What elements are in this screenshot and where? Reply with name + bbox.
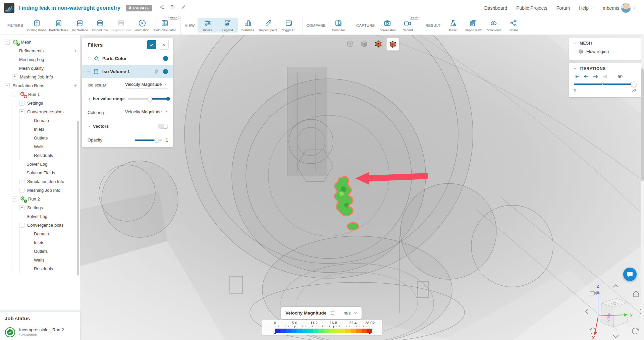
tree-item-solver-log[interactable]: Solver Log xyxy=(0,212,80,221)
tree-item-simulation-job-info[interactable]: +Simulation Job Info xyxy=(0,177,80,186)
toolbar-button-statistics[interactable]: Statistics xyxy=(238,18,258,33)
expand-toggle[interactable]: + xyxy=(19,205,24,210)
orientation-gizmo[interactable]: TOP BACK Z y X xyxy=(584,282,644,340)
toolbar-button-iso-surface[interactable]: Iso Surface xyxy=(70,18,90,33)
user-menu[interactable]: mbemis xyxy=(603,3,636,13)
expand-toggle[interactable]: + xyxy=(12,74,17,79)
previous-iteration-button[interactable] xyxy=(583,74,589,79)
toolbar-button-inspect-point[interactable]: Inspect point xyxy=(258,18,279,33)
tree-item-refinements[interactable]: Refinements+ xyxy=(0,46,80,55)
toolbar-button-iso-volume[interactable]: Iso Volume xyxy=(90,18,110,33)
display-mode-wireframe-button[interactable] xyxy=(344,38,356,50)
nav-public-projects[interactable]: Public Projects xyxy=(516,5,547,11)
chevron-down-icon[interactable] xyxy=(573,67,577,70)
tree-item-residuals[interactable]: Residuals xyxy=(0,264,80,273)
nav-help-menu[interactable]: Help xyxy=(579,5,594,11)
add-button[interactable]: + xyxy=(74,48,77,53)
expand-toggle[interactable]: + xyxy=(19,179,24,184)
nav-dashboard[interactable]: Dashboard xyxy=(484,5,507,11)
tree-scrollbar[interactable] xyxy=(77,121,79,276)
tree-item-domain[interactable]: Domain xyxy=(0,116,80,125)
tree-item-simulation-runs[interactable]: −Simulation Runs+ xyxy=(0,81,80,90)
tree-item-meshing-job-info[interactable]: +Meshing Job Info xyxy=(0,72,80,81)
navigation-cube[interactable]: TOP BACK xyxy=(601,298,628,327)
collapse-toggle[interactable]: − xyxy=(12,196,17,202)
iteration-slider-handle[interactable] xyxy=(631,81,637,87)
project-title[interactable]: Finding leak in non-watertight geometry xyxy=(18,5,120,11)
rotate-cw-icon[interactable] xyxy=(632,328,639,334)
tree-item-mesh[interactable]: −✓Mesh xyxy=(0,38,80,46)
tree-item-meshing-job-info[interactable]: +Meshing Job Info xyxy=(0,186,80,194)
tree-item-inlets[interactable]: Inlets xyxy=(0,125,80,133)
collapse-toggle[interactable]: − xyxy=(5,83,10,88)
toolbar-button-field-calculator[interactable]: BETAField Calculator xyxy=(152,18,177,33)
app-logo[interactable] xyxy=(4,3,14,13)
rotate-left-chevron[interactable] xyxy=(586,309,588,314)
vectors-toggle[interactable] xyxy=(158,124,168,129)
legend-range-lock-button[interactable] xyxy=(329,309,336,317)
window-scrollbar-thumb[interactable] xyxy=(641,68,644,181)
tree-item-outlets[interactable]: Outlets xyxy=(0,247,80,256)
avatar[interactable] xyxy=(621,3,631,13)
tree-item-convergence-plots[interactable]: −Convergence plots xyxy=(0,221,80,229)
trash-icon[interactable] xyxy=(154,69,159,74)
legend-field-selector[interactable]: Velocity Magnitude m/s xyxy=(281,307,362,319)
rotate-up-chevron[interactable] xyxy=(613,285,618,287)
first-iteration-button[interactable] xyxy=(574,74,580,79)
display-mode-surfaces-with-edges-button[interactable] xyxy=(386,38,399,51)
collapse-toggle[interactable]: − xyxy=(19,223,24,228)
visibility-toggle[interactable] xyxy=(163,56,168,61)
copy-project-button[interactable] xyxy=(170,5,175,11)
coloring-dropdown[interactable]: Velocity Magnitude xyxy=(125,109,168,116)
next-iteration-button[interactable] xyxy=(593,74,598,79)
rotate-down-chevron[interactable] xyxy=(613,335,618,338)
tree-item-mesh-quality[interactable]: Mesh quality xyxy=(0,64,80,72)
toolbar-button-share[interactable]: Share xyxy=(503,18,524,33)
filter-item-parts-color[interactable]: Parts Color xyxy=(82,52,173,65)
filter-item-iso-volume-1[interactable]: Iso Volume 1 xyxy=(82,65,173,78)
collapse-toggle[interactable]: − xyxy=(12,92,17,97)
support-chat-button[interactable] xyxy=(623,268,637,281)
edit-title-button[interactable] xyxy=(181,5,186,11)
tree-item-solver-log[interactable]: Solver Log xyxy=(0,160,80,168)
camera-view-icon[interactable] xyxy=(590,292,597,295)
toolbar-button-particle-trace[interactable]: Particle Trace xyxy=(48,18,70,33)
iteration-value[interactable]: 50 xyxy=(618,74,623,79)
add-button[interactable]: + xyxy=(74,83,77,88)
share-project-button[interactable] xyxy=(159,5,164,11)
tree-item-run-1[interactable]: −⚙Run 1 xyxy=(0,90,80,99)
toolbar-button-import-view[interactable]: Import view xyxy=(463,18,483,33)
tree-item-walls[interactable]: Walls xyxy=(0,256,80,264)
toolbar-button-reset[interactable]: Reset xyxy=(443,18,463,33)
tree-item-settings[interactable]: +Settings xyxy=(0,99,80,107)
range-high-handle[interactable] xyxy=(166,97,170,101)
range-min-marker[interactable]: ▲ xyxy=(273,332,277,335)
tree-item-walls[interactable]: Walls xyxy=(0,142,80,151)
slider-handle[interactable] xyxy=(154,138,159,143)
collapse-toggle[interactable]: − xyxy=(19,109,24,114)
chevron-down-icon[interactable] xyxy=(573,42,577,45)
close-button[interactable] xyxy=(159,40,169,50)
apply-button[interactable] xyxy=(147,40,156,49)
tree-item-meshing-log[interactable]: Meshing Log xyxy=(0,55,80,64)
expand-toggle[interactable]: + xyxy=(19,101,24,106)
expand-toggle[interactable]: + xyxy=(19,188,24,193)
visibility-toggle[interactable] xyxy=(163,69,168,74)
tree-item-domain[interactable]: Domain xyxy=(0,229,80,238)
home-view-icon[interactable] xyxy=(633,291,639,297)
tree-item-solution-fields[interactable]: Solution Fields xyxy=(0,168,80,177)
tree-item-convergence-plots[interactable]: −Convergence plots xyxy=(0,107,80,116)
toolbar-button-legend[interactable]: Legend xyxy=(218,18,238,33)
tree-item-run-2[interactable]: −⚙✓Run 2 xyxy=(0,194,80,203)
toolbar-button-record[interactable]: BETARecord xyxy=(397,18,418,33)
tree-item-settings[interactable]: +Settings xyxy=(0,203,80,212)
display-mode-solid-button[interactable] xyxy=(358,38,370,50)
display-mode-surfaces-button[interactable] xyxy=(372,38,384,50)
opacity-slider[interactable] xyxy=(135,138,162,143)
mesh-item-flow-region[interactable]: Flow region xyxy=(569,48,641,54)
tree-item-inlets[interactable]: Inlets xyxy=(0,238,80,247)
toolbar-button-screenshot[interactable]: Screenshot xyxy=(377,18,397,33)
range-low-handle[interactable] xyxy=(148,97,152,101)
toolbar-button-animation[interactable]: Animation xyxy=(132,18,152,33)
iso-value-range-slider[interactable] xyxy=(128,97,168,101)
